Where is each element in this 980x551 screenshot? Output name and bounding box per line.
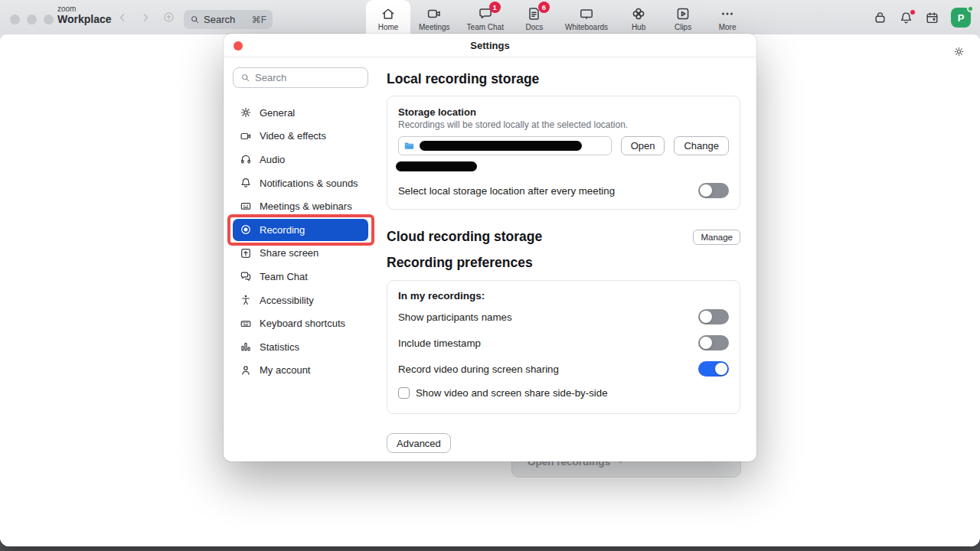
open-button[interactable]: Open: [621, 136, 665, 155]
storage-location-label: Storage location: [398, 106, 729, 118]
storage-toggle-row: Select local storage location after ever…: [398, 183, 729, 198]
share-screen-icon: [240, 247, 252, 259]
webinar-icon: [240, 201, 252, 213]
folder-icon: [403, 140, 415, 152]
traffic-light-minimize[interactable]: [27, 15, 37, 24]
tab-docs[interactable]: Docs6: [512, 0, 557, 34]
sidebar-item-meetings-webinars[interactable]: Meetings & webinars: [233, 194, 368, 218]
notifications-button[interactable]: [899, 11, 913, 25]
storage-location-toggle[interactable]: [698, 183, 729, 198]
dialog-close-button[interactable]: [234, 41, 243, 51]
lock-icon[interactable]: [873, 11, 887, 25]
tab-label: Home: [378, 23, 399, 31]
tab-home[interactable]: Home: [366, 0, 410, 34]
toggle-include-timestamp[interactable]: [698, 335, 729, 350]
storage-location-card: Storage location Recordings will be stor…: [387, 96, 740, 210]
sidebar-item-recording[interactable]: Recording: [233, 219, 368, 241]
tab-label: Hub: [632, 23, 645, 31]
local-storage-heading: Local recording storage: [387, 71, 740, 87]
arrow-up-circle-icon[interactable]: [162, 11, 175, 24]
preference-label: Show participants names: [398, 311, 512, 323]
sidebar-item-notifications-sounds[interactable]: Notifications & sounds: [233, 171, 368, 195]
video-icon: [240, 130, 252, 142]
checkbox[interactable]: [398, 387, 410, 399]
page-settings-gear-icon[interactable]: [953, 46, 965, 57]
advanced-button[interactable]: Advanced: [387, 433, 451, 453]
preferences-card: In my recordings: Show participants name…: [387, 280, 740, 414]
meetings-icon: [426, 6, 442, 21]
settings-search-placeholder: Search: [255, 72, 286, 83]
storage-toggle-label: Select local storage location after ever…: [398, 185, 615, 197]
forward-chevron-icon[interactable]: [139, 11, 152, 24]
tab-meetings[interactable]: Meetings: [410, 0, 459, 34]
tab-label: Docs: [526, 23, 544, 31]
preference-row-include-timestamp: Include timestamp: [398, 330, 729, 356]
notification-badge: 1: [489, 2, 501, 13]
manage-button[interactable]: Manage: [693, 230, 740, 245]
sidebar-item-statistics[interactable]: Statistics: [233, 335, 368, 359]
avatar-initial: P: [958, 12, 965, 24]
tab-whiteboards[interactable]: Whiteboards: [557, 0, 616, 34]
sidebar-item-label: Share screen: [260, 247, 318, 259]
sidebar-item-accessibility[interactable]: Accessibility: [233, 289, 368, 312]
tab-team-chat[interactable]: Team Chat1: [459, 0, 512, 34]
global-search[interactable]: Search ⌘F: [184, 10, 273, 29]
status-dot: [967, 5, 974, 12]
cloud-storage-heading: Cloud recording storage: [387, 229, 542, 245]
clips-icon: [675, 6, 691, 21]
tab-bar: HomeMeetingsTeam Chat1Docs6WhiteboardsHu…: [366, 0, 750, 34]
more-icon: [720, 6, 735, 21]
sidebar-item-team-chat[interactable]: Team Chat: [233, 265, 368, 289]
change-button[interactable]: Change: [674, 136, 729, 155]
chat-bubbles-icon: [240, 270, 252, 282]
sidebar-item-label: Recording: [260, 224, 305, 236]
sidebar-item-share-screen[interactable]: Share screen: [233, 242, 368, 266]
redacted-storage-info: [396, 161, 477, 171]
toggle-show-participants-names[interactable]: [698, 309, 729, 324]
keyboard-icon: [240, 318, 252, 330]
storage-path-row: Open Change: [398, 136, 729, 155]
person-icon: [240, 364, 252, 377]
sidebar-item-label: My account: [260, 364, 310, 376]
sidebar-item-video-effects[interactable]: Video & effects: [233, 125, 368, 148]
sidebar-item-audio[interactable]: Audio: [233, 148, 368, 171]
avatar[interactable]: P: [951, 8, 971, 28]
notification-dot: [910, 9, 916, 15]
preference-label: Show video and screen share side-by-side: [416, 387, 608, 399]
sidebar-item-label: Statistics: [260, 341, 299, 353]
tab-clips[interactable]: Clips: [661, 0, 705, 34]
toggle-knob: [715, 363, 727, 375]
storage-location-description: Recordings will be stored locally at the…: [398, 119, 729, 130]
cloud-storage-row: Cloud recording storage Manage: [387, 229, 740, 245]
traffic-light-close[interactable]: [10, 15, 20, 24]
storage-path-field[interactable]: [398, 136, 612, 155]
preference-row-record-video-during-screen-sharing: Record video during screen sharing: [398, 356, 729, 382]
accessibility-icon: [240, 294, 252, 306]
back-chevron-icon[interactable]: [116, 11, 129, 24]
titlebar: zoom Workplace Search ⌘F HomeMeetingsTea…: [0, 0, 980, 34]
tab-label: Whiteboards: [565, 23, 608, 31]
record-icon: [240, 223, 252, 236]
search-label: Search: [204, 14, 235, 25]
settings-sidebar-list: GeneralVideo & effectsAudioNotifications…: [233, 101, 368, 382]
toggle-knob: [700, 311, 712, 323]
settings-search-input[interactable]: Search: [233, 67, 368, 88]
home-icon: [381, 6, 396, 21]
bell-icon: [240, 177, 252, 189]
tab-more[interactable]: More: [705, 0, 750, 34]
advanced-row: Advanced: [387, 433, 740, 453]
redacted-storage-path: [420, 141, 582, 151]
toggle-knob: [700, 184, 712, 197]
calendar-icon[interactable]: [925, 11, 939, 25]
settings-main-panel: Local recording storage Storage location…: [387, 34, 740, 453]
sidebar-item-general[interactable]: General: [233, 101, 368, 125]
tab-hub[interactable]: Hub: [616, 0, 661, 34]
sidebar-item-keyboard-shortcuts[interactable]: Keyboard shortcuts: [233, 311, 368, 335]
preference-label: Include timestamp: [398, 337, 481, 349]
toggle-record-video-during-screen-sharing[interactable]: [698, 361, 729, 377]
traffic-light-zoom[interactable]: [44, 15, 54, 24]
sidebar-item-label: Accessibility: [260, 295, 314, 306]
sidebar-item-my-account[interactable]: My account: [233, 359, 368, 383]
preferences-intro: In my recordings:: [398, 290, 729, 302]
sidebar-item-label: General: [260, 107, 295, 119]
